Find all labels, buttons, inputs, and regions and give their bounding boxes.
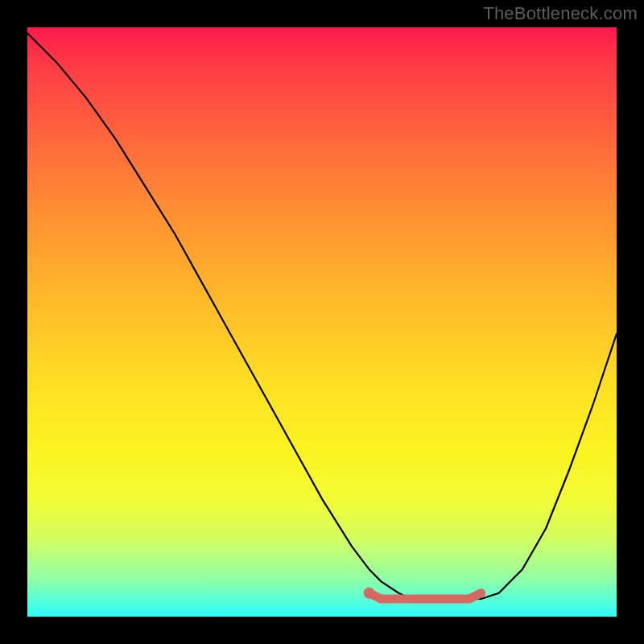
optimal-point-marker — [364, 588, 375, 599]
bottleneck-curve — [27, 33, 617, 599]
chart-svg — [27, 27, 617, 617]
chart-plot-area — [27, 27, 617, 617]
watermark-text: TheBottleneck.com — [483, 3, 638, 24]
optimal-segment — [369, 593, 481, 599]
